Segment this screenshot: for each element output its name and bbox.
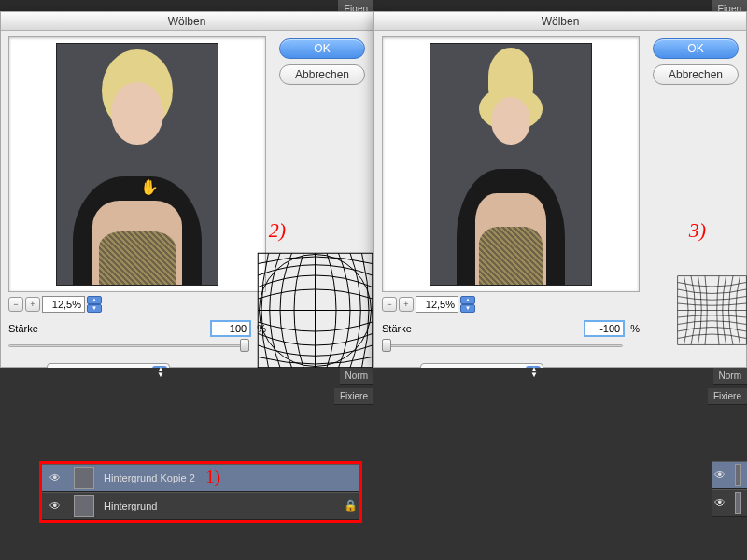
layer-thumb bbox=[74, 495, 94, 517]
layers-panel: Norm Fixiere 👁 👁 bbox=[374, 368, 747, 560]
layer-name[interactable]: Hintergrund bbox=[100, 500, 341, 511]
annotation-1: 1) bbox=[205, 467, 220, 487]
ok-button[interactable]: OK bbox=[279, 38, 365, 59]
preview-thumbnail bbox=[430, 43, 592, 286]
zoom-in-button[interactable]: + bbox=[25, 297, 40, 312]
warp-grid-spherize-icon bbox=[257, 252, 374, 369]
visibility-icon[interactable]: 👁 bbox=[42, 499, 68, 512]
layer-thumb bbox=[74, 467, 94, 489]
warp-grid-pinch-icon bbox=[677, 252, 747, 369]
strength-input[interactable]: 100 bbox=[210, 320, 251, 337]
hand-cursor-icon: ✋ bbox=[140, 178, 159, 196]
layer-row[interactable]: 👁 Hintergrund 🔒 bbox=[42, 492, 359, 520]
zoom-stepper[interactable]: ▲▼ bbox=[460, 296, 475, 313]
visibility-icon[interactable]: 👁 bbox=[712, 497, 729, 510]
lock-label: Fixiere bbox=[334, 388, 374, 405]
strength-input[interactable]: -100 bbox=[584, 320, 625, 337]
zoom-value[interactable]: 12,5% bbox=[416, 296, 458, 313]
cancel-button[interactable]: Abbrechen bbox=[279, 64, 365, 85]
preview-area[interactable] bbox=[382, 36, 640, 292]
lock-label: Fixiere bbox=[708, 388, 747, 405]
preview-thumbnail: ✋ bbox=[56, 43, 218, 286]
layers-panel: Norm Fixiere 👁 Hintergrund Kopie 2 👁 Hin… bbox=[0, 368, 374, 560]
ok-button[interactable]: OK bbox=[653, 38, 739, 59]
dialog-title: Wölben bbox=[1, 12, 373, 31]
layer-row-selected[interactable]: 👁 bbox=[712, 461, 747, 489]
zoom-stepper[interactable]: ▲▼ bbox=[87, 296, 102, 313]
layer-name[interactable]: Hintergrund Kopie 2 bbox=[100, 472, 359, 483]
dialog-title: Wölben bbox=[374, 12, 746, 31]
annotation-3: 3) bbox=[689, 218, 706, 243]
annotation-2: 2) bbox=[269, 218, 286, 243]
strength-slider[interactable] bbox=[8, 339, 249, 352]
strength-label: Stärke bbox=[382, 323, 412, 334]
visibility-icon[interactable]: 👁 bbox=[42, 471, 68, 484]
zoom-out-button[interactable]: − bbox=[382, 297, 397, 312]
layer-row[interactable]: 👁 bbox=[712, 489, 747, 517]
blend-label: Norm bbox=[340, 368, 374, 385]
strength-slider[interactable] bbox=[382, 339, 623, 352]
layer-row-selected[interactable]: 👁 Hintergrund Kopie 2 bbox=[42, 464, 359, 492]
preview-area[interactable]: ✋ bbox=[8, 36, 266, 292]
zoom-in-button[interactable]: + bbox=[399, 297, 414, 312]
visibility-icon[interactable]: 👁 bbox=[712, 469, 729, 482]
layer-thumb bbox=[735, 492, 741, 514]
lock-icon: 🔒 bbox=[341, 499, 359, 512]
zoom-out-button[interactable]: − bbox=[8, 297, 23, 312]
cancel-button[interactable]: Abbrechen bbox=[653, 64, 739, 85]
blend-label: Norm bbox=[713, 368, 747, 385]
zoom-value[interactable]: 12,5% bbox=[42, 296, 85, 313]
strength-label: Stärke bbox=[8, 323, 38, 334]
layer-thumb bbox=[735, 464, 741, 486]
percent-label: % bbox=[630, 323, 640, 334]
